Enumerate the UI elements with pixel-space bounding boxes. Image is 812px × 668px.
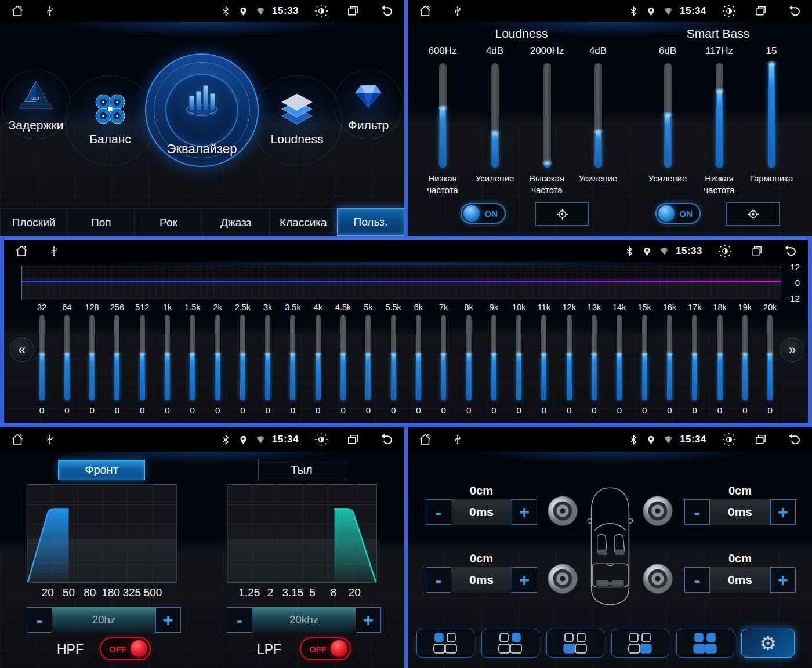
eq-band-slider[interactable] (316, 315, 321, 400)
seat-button-front-right[interactable] (481, 629, 539, 658)
rear-left-plus-button[interactable]: + (512, 567, 537, 593)
seat-button-settings[interactable]: ⚙ (741, 629, 795, 658)
loudness-slider-track[interactable] (716, 63, 723, 168)
rear-left-delay-stepper: - 0ms + (426, 567, 537, 593)
eq-band-slider[interactable] (642, 315, 647, 400)
recent-apps-icon[interactable] (754, 5, 767, 18)
rear-left-minus-button[interactable]: - (426, 567, 451, 593)
seat-button-all[interactable] (676, 629, 734, 658)
eq-band-slider[interactable] (265, 315, 270, 400)
eq-band-slider[interactable] (140, 315, 145, 400)
brightness-icon[interactable] (722, 432, 737, 447)
back-icon[interactable] (379, 4, 394, 19)
eq-band-slider[interactable] (742, 315, 748, 400)
eq-band-slider[interactable] (567, 315, 572, 400)
seat-button-rear-right[interactable] (611, 629, 669, 658)
home-icon[interactable] (10, 433, 24, 446)
loudness-calibrate-button[interactable] (535, 202, 589, 226)
eq-band-slider[interactable] (39, 315, 45, 400)
preset-tab-Классика[interactable]: Классика (270, 208, 337, 236)
menu-item-filter[interactable]: Фильтр (339, 78, 397, 132)
tab-front[interactable]: Фронт (58, 460, 145, 480)
rear-right-minus-button[interactable]: - (684, 567, 710, 593)
eq-band-slider[interactable] (516, 315, 521, 400)
menu-item-equalizer[interactable]: Эквалайзер (145, 53, 259, 167)
loudness-slider-track[interactable] (594, 63, 602, 168)
eq-next-button[interactable]: » (780, 337, 804, 362)
brightness-icon[interactable] (717, 244, 733, 259)
menu-item-balance[interactable]: Баланс (80, 90, 140, 146)
eq-band-slider[interactable] (190, 315, 195, 400)
seat-button-front-left[interactable] (416, 629, 474, 658)
back-icon[interactable] (783, 244, 798, 259)
preset-tab-Плоский[interactable]: Плоский (0, 208, 67, 236)
eq-band-slider[interactable] (441, 315, 446, 400)
eq-band-fill (291, 354, 295, 400)
loudness-slider-track[interactable] (664, 63, 672, 168)
seat-button-rear-left[interactable] (546, 629, 604, 658)
eq-band-slider[interactable] (114, 315, 119, 400)
eq-band-slider[interactable] (767, 315, 773, 400)
eq-band-slider[interactable] (617, 315, 622, 400)
back-icon[interactable] (787, 4, 802, 19)
brightness-icon[interactable] (722, 3, 737, 19)
eq-band-slider[interactable] (491, 315, 496, 400)
eq-band-slider[interactable] (692, 315, 697, 400)
eq-band-slider[interactable] (592, 315, 597, 400)
axis-label: 20 (349, 586, 361, 599)
eq-band-slider[interactable] (667, 315, 672, 400)
hpf-minus-button[interactable]: - (27, 607, 52, 633)
eq-band-slider[interactable] (717, 315, 723, 400)
hpf-off-toggle[interactable]: OFF (100, 637, 151, 660)
eq-band-slider[interactable] (165, 315, 170, 400)
home-icon[interactable] (10, 4, 24, 18)
eq-prev-button[interactable]: « (10, 337, 34, 362)
tab-rear[interactable]: Тыл (258, 460, 345, 480)
lpf-plus-button[interactable]: + (356, 607, 381, 633)
home-icon[interactable] (418, 4, 432, 18)
loudness-slider-track[interactable] (439, 63, 447, 168)
recent-apps-icon[interactable] (346, 5, 360, 18)
hpf-plus-button[interactable]: + (155, 607, 181, 633)
loudness-slider-track[interactable] (491, 63, 499, 168)
front-left-minus-button[interactable]: - (426, 499, 451, 525)
smartbass-calibrate-button[interactable] (726, 202, 780, 226)
smartbass-on-toggle[interactable]: ON (655, 203, 701, 224)
home-icon[interactable] (418, 433, 432, 446)
eq-band-slider[interactable] (89, 315, 95, 400)
loudness-slider-track[interactable] (543, 63, 551, 168)
loudness-slider-track[interactable] (768, 63, 775, 168)
loudness-on-toggle[interactable]: ON (461, 203, 506, 224)
home-icon[interactable] (14, 244, 28, 258)
menu-item-delays[interactable]: 010 Задержки (7, 78, 65, 132)
eq-band-slider[interactable] (215, 315, 220, 400)
back-icon[interactable] (787, 433, 802, 447)
recent-apps-icon[interactable] (754, 433, 767, 446)
recent-apps-icon[interactable] (346, 433, 360, 446)
eq-band-slider[interactable] (340, 315, 346, 400)
clock: 15:34 (680, 434, 706, 445)
recent-apps-icon[interactable] (750, 245, 763, 258)
preset-tab-Джазз[interactable]: Джазз (202, 208, 270, 236)
front-left-plus-button[interactable]: + (512, 499, 537, 525)
front-right-minus-button[interactable]: - (684, 499, 710, 525)
back-icon[interactable] (379, 433, 394, 447)
eq-band-slider[interactable] (240, 315, 245, 400)
preset-tab-Поп[interactable]: Поп (67, 208, 135, 236)
eq-band-slider[interactable] (290, 315, 295, 400)
eq-band-slider[interactable] (64, 315, 70, 400)
lpf-off-toggle[interactable]: OFF (300, 637, 351, 660)
preset-tab-Польз.[interactable]: Польз. (337, 208, 404, 236)
menu-item-loudness[interactable]: Loudness (267, 90, 327, 146)
eq-band-slider[interactable] (541, 315, 546, 400)
front-right-plus-button[interactable]: + (770, 499, 796, 525)
brightness-icon[interactable] (314, 3, 329, 19)
lpf-minus-button[interactable]: - (227, 607, 252, 633)
eq-band-slider[interactable] (391, 315, 396, 400)
rear-right-plus-button[interactable]: + (770, 567, 796, 593)
brightness-icon[interactable] (314, 432, 329, 447)
eq-band-slider[interactable] (416, 315, 421, 400)
eq-band-slider[interactable] (365, 315, 371, 400)
preset-tab-Рок[interactable]: Рок (135, 208, 202, 236)
eq-band-slider[interactable] (466, 315, 472, 400)
